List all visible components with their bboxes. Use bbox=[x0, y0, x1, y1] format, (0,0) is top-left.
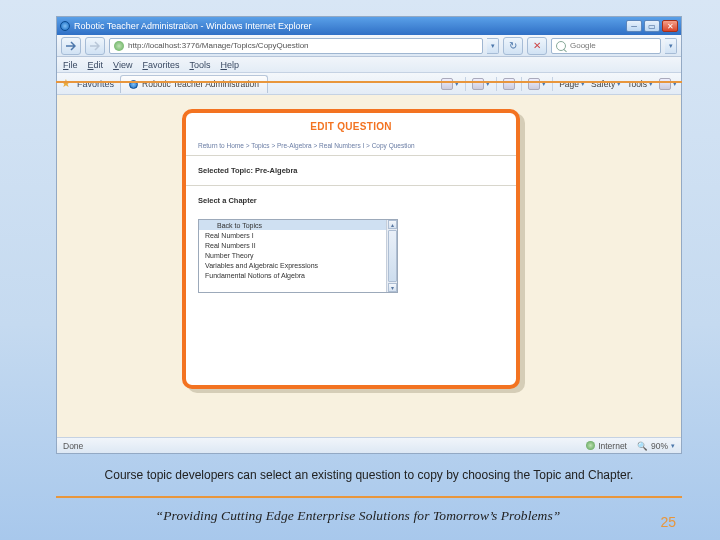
list-item[interactable]: Fundamental Notions of Algebra bbox=[199, 270, 397, 280]
mail-icon bbox=[503, 78, 515, 90]
search-box[interactable]: Google bbox=[551, 38, 661, 54]
back-button[interactable] bbox=[61, 37, 81, 55]
tools-menu[interactable]: Tools ▾ bbox=[627, 79, 653, 89]
selected-topic-label: Selected Topic: Pre-Algebra bbox=[198, 166, 504, 175]
list-item[interactable]: Variables and Algebraic Expressions bbox=[199, 260, 397, 270]
address-bar[interactable]: http://localhost:3776/Manage/Topics/Copy… bbox=[109, 38, 483, 54]
scroll-up-button[interactable]: ▴ bbox=[388, 220, 397, 229]
mail-button[interactable] bbox=[503, 78, 515, 90]
edit-question-panel: EDIT QUESTION Return to Home > Topics > … bbox=[182, 109, 520, 389]
zoom-value: 90% bbox=[651, 441, 668, 451]
window-titlebar: Robotic Teacher Administration - Windows… bbox=[57, 17, 681, 35]
feeds-button[interactable]: ▾ bbox=[472, 78, 490, 90]
ie-icon bbox=[60, 21, 70, 31]
favorites-label[interactable]: Favorites bbox=[77, 79, 114, 89]
feeds-icon bbox=[472, 78, 484, 90]
page-menu[interactable]: Page ▾ bbox=[559, 79, 585, 89]
list-item[interactable]: Number Theory bbox=[199, 250, 397, 260]
slide-caption: Course topic developers can select an ex… bbox=[56, 468, 682, 482]
menu-file[interactable]: File bbox=[63, 60, 78, 70]
select-chapter-label: Select a Chapter bbox=[198, 196, 504, 205]
list-item[interactable]: Real Numbers II bbox=[199, 240, 397, 250]
status-bar: Done Internet 🔍 90% ▾ bbox=[57, 437, 681, 453]
menu-view[interactable]: View bbox=[113, 60, 132, 70]
globe-icon bbox=[586, 441, 595, 450]
listbox-scrollbar[interactable]: ▴ ▾ bbox=[386, 220, 397, 292]
browser-tab[interactable]: Robotic Teacher Administration bbox=[120, 75, 268, 93]
menu-favorites[interactable]: Favorites bbox=[142, 60, 179, 70]
slide-tagline: “Providing Cutting Edge Enterprise Solut… bbox=[56, 508, 660, 524]
scroll-down-button[interactable]: ▾ bbox=[388, 283, 397, 292]
stop-icon: ✕ bbox=[533, 40, 541, 51]
address-dropdown[interactable]: ▾ bbox=[487, 38, 499, 54]
arrow-left-icon bbox=[66, 41, 76, 51]
print-icon bbox=[528, 78, 540, 90]
chevron-down-icon: ▾ bbox=[491, 42, 495, 50]
arrow-right-icon bbox=[90, 41, 100, 51]
close-button[interactable]: ✕ bbox=[662, 20, 678, 32]
zone-label: Internet bbox=[598, 441, 627, 451]
status-text: Done bbox=[63, 441, 83, 451]
menu-help[interactable]: Help bbox=[220, 60, 239, 70]
home-button[interactable]: ▾ bbox=[441, 78, 459, 90]
menu-tools[interactable]: Tools bbox=[189, 60, 210, 70]
menu-bar: File Edit View Favorites Tools Help bbox=[57, 57, 681, 73]
home-icon bbox=[441, 78, 453, 90]
search-dropdown[interactable]: ▾ bbox=[665, 38, 677, 54]
star-icon[interactable]: ★ bbox=[61, 77, 71, 90]
nav-toolbar: http://localhost:3776/Manage/Topics/Copy… bbox=[57, 35, 681, 57]
window-title: Robotic Teacher Administration - Windows… bbox=[74, 21, 311, 31]
refresh-button[interactable]: ↻ bbox=[503, 37, 523, 55]
refresh-icon: ↻ bbox=[509, 40, 517, 51]
help-icon bbox=[659, 78, 671, 90]
zoom-control[interactable]: 🔍 90% ▾ bbox=[637, 441, 675, 451]
divider bbox=[56, 496, 682, 498]
command-bar: ▾ ▾ ▾ Page ▾ Safety ▾ Tools ▾ ▾ bbox=[441, 77, 677, 91]
minimize-button[interactable]: ─ bbox=[626, 20, 642, 32]
zone-indicator[interactable]: Internet bbox=[586, 441, 627, 451]
list-item[interactable]: Back to Topics bbox=[199, 220, 397, 230]
favorites-bar: ★ Favorites Robotic Teacher Administrati… bbox=[57, 73, 681, 95]
address-text: http://localhost:3776/Manage/Topics/Copy… bbox=[128, 41, 309, 50]
panel-heading: EDIT QUESTION bbox=[186, 121, 516, 132]
divider bbox=[56, 81, 682, 83]
stop-button[interactable]: ✕ bbox=[527, 37, 547, 55]
chevron-down-icon: ▾ bbox=[669, 42, 673, 50]
help-button[interactable]: ▾ bbox=[659, 78, 677, 90]
chevron-down-icon: ▾ bbox=[671, 442, 675, 450]
safety-menu[interactable]: Safety ▾ bbox=[591, 79, 621, 89]
page-content: EDIT QUESTION Return to Home > Topics > … bbox=[57, 95, 681, 437]
page-number: 25 bbox=[660, 514, 676, 530]
chapter-listbox[interactable]: Back to Topics Real Numbers I Real Numbe… bbox=[198, 219, 398, 293]
scroll-thumb[interactable] bbox=[388, 230, 397, 282]
print-button[interactable]: ▾ bbox=[528, 78, 546, 90]
forward-button[interactable] bbox=[85, 37, 105, 55]
search-placeholder: Google bbox=[570, 41, 596, 50]
globe-icon bbox=[114, 41, 124, 51]
list-item[interactable]: Real Numbers I bbox=[199, 230, 397, 240]
menu-edit[interactable]: Edit bbox=[88, 60, 104, 70]
search-icon bbox=[556, 41, 566, 51]
maximize-button[interactable]: ▭ bbox=[644, 20, 660, 32]
breadcrumb[interactable]: Return to Home > Topics > Pre-Algebra > … bbox=[198, 142, 504, 149]
zoom-icon: 🔍 bbox=[637, 441, 648, 451]
